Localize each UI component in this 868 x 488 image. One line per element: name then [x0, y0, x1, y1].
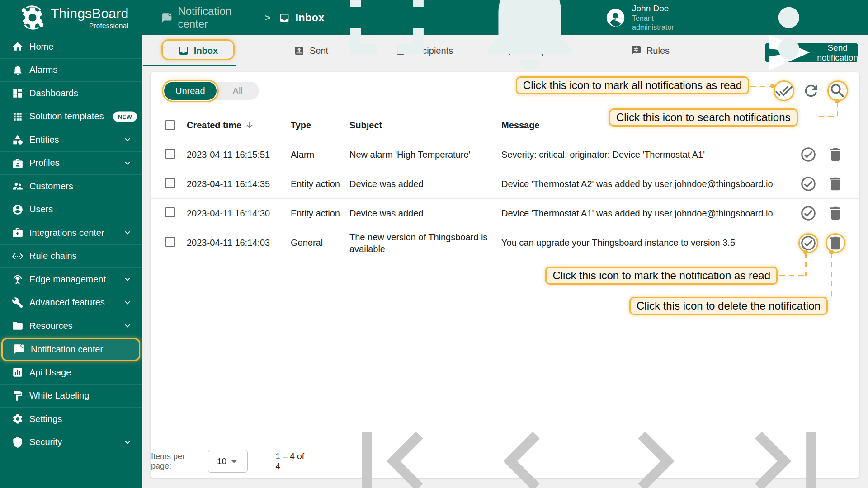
- check-circle-icon: [800, 235, 817, 252]
- sidebar-item-notification-center[interactable]: Notification center: [1, 338, 140, 361]
- sidebar-item-dashboards[interactable]: Dashboards: [0, 82, 142, 105]
- chevron-down-icon: [123, 437, 132, 447]
- previous-page-button[interactable]: [464, 402, 582, 488]
- last-page-button[interactable]: [727, 402, 845, 488]
- connector-dot: [835, 99, 840, 103]
- sidebar-item-home[interactable]: Home: [0, 35, 142, 59]
- mark-as-read-button[interactable]: [798, 233, 818, 253]
- chevron-down-icon: [123, 274, 132, 284]
- chat-dot-icon: [13, 343, 25, 355]
- table-row[interactable]: 2023-04-11 16:14:30 Entity action Device…: [151, 199, 859, 228]
- sidebar-item-settings[interactable]: Settings: [0, 408, 142, 431]
- avatar[interactable]: [605, 8, 626, 28]
- next-page-button[interactable]: [596, 402, 714, 488]
- cell-message: Device 'Thermostat A1' was added by user…: [501, 208, 778, 219]
- breadcrumb-parent[interactable]: Notification center: [178, 5, 256, 30]
- mark-as-read-button[interactable]: [798, 145, 818, 164]
- sidebar-item-alarms[interactable]: Alarms: [0, 59, 142, 82]
- sidebar-item-entities[interactable]: Entities: [0, 128, 142, 152]
- page-size-value: 10: [217, 456, 226, 466]
- row-checkbox[interactable]: [165, 178, 175, 188]
- gear-icon: [12, 413, 24, 425]
- cell-type: Entity action: [291, 208, 349, 219]
- sidebar-item-security[interactable]: Security: [0, 431, 142, 455]
- mark-as-read-button[interactable]: [798, 174, 818, 194]
- sidebar-item-users[interactable]: Users: [0, 198, 142, 222]
- sidebar-item-customers[interactable]: Customers: [0, 175, 142, 198]
- dashboard-icon: [12, 87, 24, 99]
- column-created-time[interactable]: Created time: [187, 120, 291, 131]
- chevron-down-icon: [123, 135, 132, 145]
- cell-created-time: 2023-04-11 16:14:30: [187, 208, 291, 219]
- user-info[interactable]: John Doe Tenant administrator: [632, 3, 693, 32]
- chevron-down-icon: [123, 321, 132, 331]
- breadcrumb-current: Inbox: [295, 11, 324, 24]
- mark-as-read-button[interactable]: [798, 203, 818, 223]
- callout-delete-one: Click this icon to delete the notificati…: [629, 297, 828, 315]
- refresh-button[interactable]: [801, 80, 821, 101]
- row-checkbox[interactable]: [165, 207, 175, 217]
- connector-mark-all: [750, 86, 771, 87]
- connector-dot: [803, 250, 808, 254]
- sidebar-item-white-labeling[interactable]: White Labeling: [0, 385, 142, 408]
- first-page-button[interactable]: [332, 402, 450, 488]
- trash-icon: [827, 205, 844, 222]
- chevron-down-icon: [123, 158, 132, 168]
- inbox-icon: [178, 45, 189, 56]
- table-row[interactable]: 2023-04-11 16:15:51 Alarm New alarm 'Hig…: [151, 140, 859, 169]
- home-icon: [12, 41, 24, 52]
- app-root: ThingsBoard Professional Home Alarms D: [0, 0, 868, 488]
- sidebar: ThingsBoard Professional Home Alarms D: [0, 0, 142, 488]
- mark-all-read-button[interactable]: [774, 80, 794, 101]
- tools-icon: [12, 297, 24, 309]
- callout-search: Click this icon to search notifications: [609, 108, 798, 127]
- logo[interactable]: ThingsBoard Professional: [0, 0, 142, 35]
- cell-created-time: 2023-04-11 16:15:51: [187, 150, 291, 160]
- column-subject[interactable]: Subject: [349, 120, 501, 131]
- filter-all-button[interactable]: All: [217, 82, 259, 100]
- bell-icon: [12, 64, 24, 76]
- delete-button[interactable]: [826, 203, 845, 223]
- row-checkbox[interactable]: [165, 237, 175, 247]
- notifications-bell-button[interactable]: 4: [467, 0, 593, 80]
- sidebar-item-profiles[interactable]: Profiles: [0, 152, 142, 175]
- category-icon: [12, 134, 24, 145]
- select-all-checkbox[interactable]: [165, 120, 175, 130]
- sidebar-item-solution-templates[interactable]: Solution templates NEW: [0, 105, 142, 129]
- paint-icon: [12, 390, 24, 402]
- sidebar-item-api-usage[interactable]: Api Usage: [0, 361, 142, 385]
- user-name: John Doe: [632, 3, 693, 14]
- kebab-menu-button[interactable]: [726, 0, 852, 80]
- trash-icon: [827, 146, 844, 163]
- delete-button[interactable]: [826, 145, 845, 164]
- delete-button[interactable]: [826, 233, 845, 253]
- cell-message: Severity: critical, originator: Device '…: [501, 150, 778, 160]
- table-row[interactable]: 2023-04-11 16:14:35 Entity action Device…: [151, 169, 859, 199]
- items-per-page-label: Items per page:: [151, 452, 201, 471]
- fullscreen-button[interactable]: [324, 0, 450, 80]
- sidebar-item-integrations-center[interactable]: Integrations center: [0, 221, 142, 245]
- outbox-icon: [294, 45, 305, 56]
- last-page-icon: [727, 402, 845, 488]
- connector-mark-one-v: [805, 253, 807, 276]
- sidebar-item-advanced-features[interactable]: Advanced features: [0, 291, 142, 315]
- apps-icon: [12, 111, 24, 122]
- connector-search-h: [819, 116, 836, 117]
- search-button[interactable]: [827, 80, 848, 101]
- row-checkbox[interactable]: [165, 149, 175, 159]
- first-page-icon: [332, 402, 450, 488]
- callout-mark-all-read: Click this icon to mark all notification…: [516, 76, 749, 94]
- filter-unread-button[interactable]: Unread: [164, 82, 217, 100]
- delete-button[interactable]: [826, 174, 845, 194]
- tab-inbox[interactable]: Inbox: [142, 35, 255, 66]
- trash-icon: [827, 175, 844, 192]
- sidebar-item-resources[interactable]: Resources: [0, 314, 142, 338]
- table-row[interactable]: 2023-04-11 16:14:03 General The new vers…: [151, 228, 859, 258]
- page-size-select[interactable]: 10: [208, 450, 248, 473]
- sidebar-item-rule-chains[interactable]: Rule chains: [0, 245, 142, 268]
- trash-icon: [827, 235, 844, 252]
- sidebar-item-edge-management[interactable]: Edge management: [0, 268, 142, 291]
- column-type[interactable]: Type: [291, 120, 349, 131]
- table-body: 2023-04-11 16:15:51 Alarm New alarm 'Hig…: [151, 140, 859, 258]
- done-all-icon: [775, 82, 793, 100]
